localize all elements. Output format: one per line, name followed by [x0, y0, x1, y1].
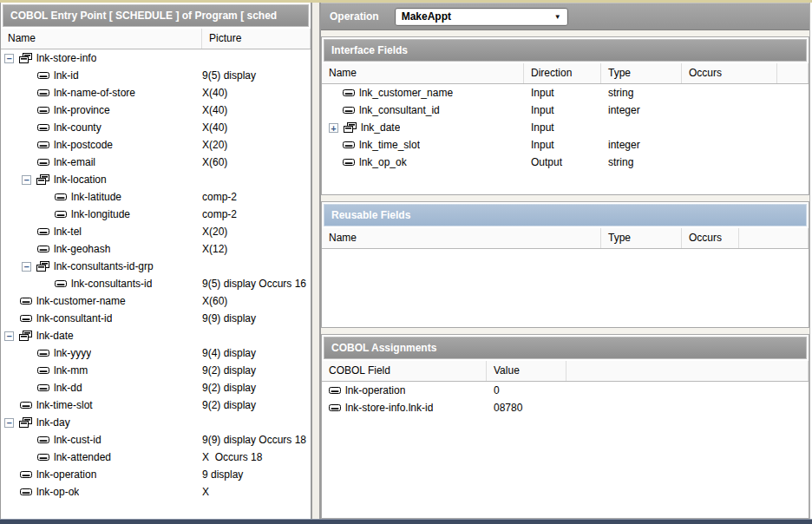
- direction-value: Input: [524, 139, 601, 151]
- tree-row[interactable]: lnk-geohashX(12): [1, 240, 311, 258]
- tree-row[interactable]: lnk-longitudecomp-2: [1, 206, 311, 223]
- tree-expander-icon[interactable]: −: [22, 175, 31, 185]
- interface-field-row[interactable]: lnk_consultant_idInputinteger: [322, 102, 809, 119]
- picture-value: X(20): [202, 226, 311, 238]
- tree-row[interactable]: lnk-id9(5) display: [1, 67, 311, 84]
- tree-row[interactable]: lnk-telX(20): [1, 223, 311, 240]
- field-name: lnk-consultant-id: [36, 312, 112, 324]
- interface-field-row[interactable]: lnk_op_okOutputstring: [322, 154, 809, 171]
- column-header-value[interactable]: Value: [487, 361, 566, 381]
- field-name: lnk_time_slot: [359, 139, 420, 151]
- field-icon: [37, 89, 50, 97]
- column-header-occurs[interactable]: Occurs: [682, 228, 739, 248]
- tree-row[interactable]: lnk-attendedX Occurs 18: [1, 449, 311, 466]
- tree-row[interactable]: lnk-operation9 display: [1, 466, 311, 483]
- direction-value: Input: [524, 121, 601, 134]
- field-icon: [343, 89, 356, 97]
- operation-select[interactable]: MakeAppt ▼: [395, 8, 568, 26]
- field-icon: [37, 436, 50, 444]
- tree-name-cell: lnk-email: [1, 156, 202, 168]
- tree-row[interactable]: lnk-op-okX: [1, 483, 311, 501]
- field-icon: [343, 159, 356, 167]
- interface-field-row[interactable]: lnk_time_slotInputinteger: [322, 136, 809, 154]
- field-icon: [343, 141, 356, 149]
- field-name-cell: +lnk_date: [322, 121, 524, 134]
- type-value: string: [601, 87, 682, 99]
- column-header-type[interactable]: Type: [601, 63, 682, 83]
- tree-row[interactable]: −lnk-store-info: [1, 49, 311, 67]
- stacked-records-icon: [18, 331, 33, 342]
- tree-row[interactable]: lnk-latitudecomp-2: [1, 188, 311, 206]
- field-name: lnk-geohash: [54, 243, 110, 255]
- cobol-assignments-column-header: COBOL Field Value: [322, 361, 809, 382]
- cobol-assignment-row[interactable]: lnk-operation0: [322, 382, 809, 399]
- column-header-direction[interactable]: Direction: [524, 63, 601, 83]
- main-area: COBOL Entry Point [ SCHEDULE ] of Progra…: [0, 3, 812, 519]
- interface-fields-section: Interface Fields Name Direction Type Occ…: [321, 36, 809, 195]
- field-name-cell: lnk_time_slot: [322, 139, 524, 151]
- tree-expander-icon[interactable]: −: [4, 331, 14, 341]
- field-name: lnk-op-ok: [36, 486, 79, 498]
- assignment-value: 0: [487, 384, 566, 396]
- picture-value: X(60): [202, 295, 311, 307]
- tree-row[interactable]: lnk-provinceX(40): [1, 102, 311, 119]
- tree-row[interactable]: −lnk-location: [1, 171, 311, 188]
- tree-row[interactable]: −lnk-day: [1, 414, 311, 431]
- field-icon: [37, 350, 50, 357]
- field-name: lnk-time-slot: [36, 399, 93, 411]
- tree-row[interactable]: lnk-postcodeX(20): [1, 136, 311, 154]
- interface-field-row[interactable]: lnk_customer_nameInputstring: [322, 84, 809, 102]
- picture-value: comp-2: [202, 191, 311, 203]
- tree-name-cell: −lnk-store-info: [1, 52, 202, 64]
- tree-row[interactable]: lnk-countyX(40): [1, 119, 311, 136]
- column-header-name[interactable]: Name: [1, 29, 202, 49]
- field-icon: [37, 228, 50, 236]
- cobol-assignment-row[interactable]: lnk-store-info.lnk-id08780: [322, 399, 809, 416]
- tree-row[interactable]: lnk-customer-nameX(60): [1, 292, 311, 310]
- field-name: lnk-cust-id: [54, 434, 102, 446]
- tree-name-cell: lnk-postcode: [1, 139, 202, 151]
- tree-row[interactable]: −lnk-date: [1, 327, 311, 344]
- tree-row[interactable]: lnk-time-slot9(2) display: [1, 396, 311, 414]
- tree-row[interactable]: lnk-emailX(60): [1, 154, 311, 171]
- tree-row[interactable]: lnk-mm9(2) display: [1, 362, 311, 379]
- left-panel-title: COBOL Entry Point [ SCHEDULE ] of Progra…: [3, 4, 309, 27]
- column-header-picture[interactable]: Picture: [202, 29, 311, 49]
- tree-row[interactable]: lnk-yyyy9(4) display: [1, 344, 311, 362]
- column-header-spacer: [739, 228, 809, 248]
- panel-splitter[interactable]: [312, 3, 319, 519]
- tree-row[interactable]: lnk-cust-id9(9) display Occurs 18: [1, 431, 311, 449]
- cobol-field-cell: lnk-operation: [322, 384, 487, 396]
- cobol-linkage-tree: −lnk-store-infolnk-id9(5) displaylnk-nam…: [1, 49, 311, 519]
- tree-expander-icon[interactable]: +: [329, 123, 338, 133]
- column-header-name[interactable]: Name: [322, 228, 601, 248]
- column-header-cobol-field[interactable]: COBOL Field: [322, 361, 487, 381]
- column-header-occurs[interactable]: Occurs: [682, 63, 777, 83]
- tree-row[interactable]: −lnk-consultants-id-grp: [1, 258, 311, 275]
- picture-value: X(40): [202, 104, 311, 116]
- operation-mapping-panel: Operation MakeAppt ▼ Interface Fields Na…: [319, 3, 810, 519]
- tree-row[interactable]: lnk-consultants-id9(5) display Occurs 16: [1, 275, 311, 292]
- field-icon: [55, 280, 68, 288]
- tree-name-cell: lnk-op-ok: [1, 486, 202, 498]
- interface-field-row[interactable]: +lnk_dateInput: [322, 119, 809, 136]
- column-header-name[interactable]: Name: [322, 63, 524, 83]
- column-header-spacer: [777, 63, 809, 83]
- reusable-fields-title: Reusable Fields: [324, 204, 807, 226]
- tree-row[interactable]: lnk-consultant-id9(9) display: [1, 310, 311, 327]
- field-icon: [20, 488, 33, 496]
- picture-value: 9(2) display: [202, 364, 311, 377]
- tree-name-cell: lnk-province: [1, 104, 202, 116]
- tree-name-cell: lnk-latitude: [1, 191, 202, 203]
- tree-row[interactable]: lnk-dd9(2) display: [1, 379, 311, 396]
- tree-expander-icon[interactable]: −: [22, 262, 31, 272]
- field-name-cell: lnk_customer_name: [322, 87, 524, 99]
- tree-expander-icon[interactable]: −: [4, 418, 14, 428]
- column-header-type[interactable]: Type: [601, 228, 682, 248]
- tree-expander-icon[interactable]: −: [4, 54, 14, 63]
- tree-name-cell: lnk-mm: [1, 364, 202, 377]
- section-gap: [321, 30, 809, 36]
- field-name: lnk-consultants-id-grp: [54, 260, 154, 272]
- interface-fields-column-header: Name Direction Type Occurs: [322, 63, 809, 84]
- tree-row[interactable]: lnk-name-of-storeX(40): [1, 84, 311, 102]
